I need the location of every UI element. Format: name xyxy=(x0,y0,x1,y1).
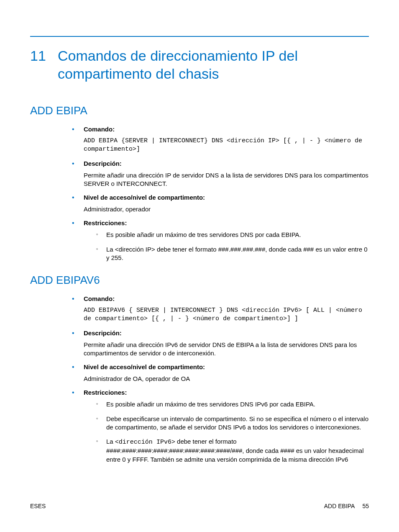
comando-label: Comando: xyxy=(84,295,369,302)
chapter-heading: 11 Comandos de direccionamiento IP del c… xyxy=(30,47,369,82)
restricciones-label: Restricciones: xyxy=(84,389,369,396)
restricciones-label: Restricciones: xyxy=(84,219,369,226)
restriccion-item: Es posible añadir un máximo de tres serv… xyxy=(96,400,369,409)
restriccion-prefix: La xyxy=(106,438,115,445)
nivel-text: Administrador, operador xyxy=(84,205,369,213)
footer-page-number: 55 xyxy=(362,503,369,509)
comando-code: ADD EBIPAV6 { SERVER | INTERCONNECT } DN… xyxy=(84,306,369,324)
restriccion-item: La <dirección IP> debe tener el formato … xyxy=(96,245,369,262)
list-item: Restricciones: Es posible añadir un máxi… xyxy=(72,219,369,262)
nivel-label: Nivel de acceso/nivel de compartimento: xyxy=(84,194,369,201)
restriccion-item: Es posible añadir un máximo de tres serv… xyxy=(96,231,369,239)
descripcion-label: Descripción: xyxy=(84,160,369,167)
comando-label: Comando: xyxy=(84,126,369,133)
nivel-label: Nivel de acceso/nivel de compartimento: xyxy=(84,363,369,370)
section-title-add-ebipav6: ADD EBIPAV6 xyxy=(30,274,369,287)
nivel-text: Administrador de OA, operador de OA xyxy=(84,375,369,383)
list-item: Descripción: Permite añadir una direcció… xyxy=(72,160,369,188)
list-item: Comando: ADD EBIPAV6 { SERVER | INTERCON… xyxy=(72,295,369,324)
descripcion-text: Permite añadir una dirección IP de servi… xyxy=(84,171,369,188)
section-title-add-ebipa: ADD EBIPA xyxy=(30,104,369,117)
page-footer: ESES ADD EBIPA 55 xyxy=(30,503,369,509)
top-rule xyxy=(30,36,369,37)
descripcion-text: Permite añadir una dirección IPv6 de ser… xyxy=(84,341,369,358)
restriccion-item-mixed: La <dirección IPv6> debe tener el format… xyxy=(96,437,369,464)
footer-section-label: ADD EBIPA xyxy=(324,503,355,509)
list-item: Nivel de acceso/nivel de compartimento: … xyxy=(72,194,369,213)
chapter-number: 11 xyxy=(30,47,58,65)
comando-code: ADD EBIPA {SERVER | INTERCONNECT} DNS <d… xyxy=(84,137,369,154)
section-list: Comando: ADD EBIPA {SERVER | INTERCONNEC… xyxy=(72,126,369,262)
restriccion-item: Debe especificarse un intervalo de compa… xyxy=(96,415,369,432)
list-item: Comando: ADD EBIPA {SERVER | INTERCONNEC… xyxy=(72,126,369,154)
list-item: Descripción: Permite añadir una direcció… xyxy=(72,329,369,358)
restricciones-list: Es posible añadir un máximo de tres serv… xyxy=(96,231,369,262)
section-list: Comando: ADD EBIPAV6 { SERVER | INTERCON… xyxy=(72,295,369,464)
chapter-title: Comandos de direccionamiento IP del comp… xyxy=(58,47,369,82)
list-item: Nivel de acceso/nivel de compartimento: … xyxy=(72,363,369,383)
footer-left: ESES xyxy=(30,503,46,509)
descripcion-label: Descripción: xyxy=(84,329,369,337)
restriccion-code: <dirección IPv6> xyxy=(115,439,175,446)
footer-right: ADD EBIPA 55 xyxy=(324,503,369,509)
restricciones-list: Es posible añadir un máximo de tres serv… xyxy=(96,400,369,464)
list-item: Restricciones: Es posible añadir un máxi… xyxy=(72,389,369,464)
